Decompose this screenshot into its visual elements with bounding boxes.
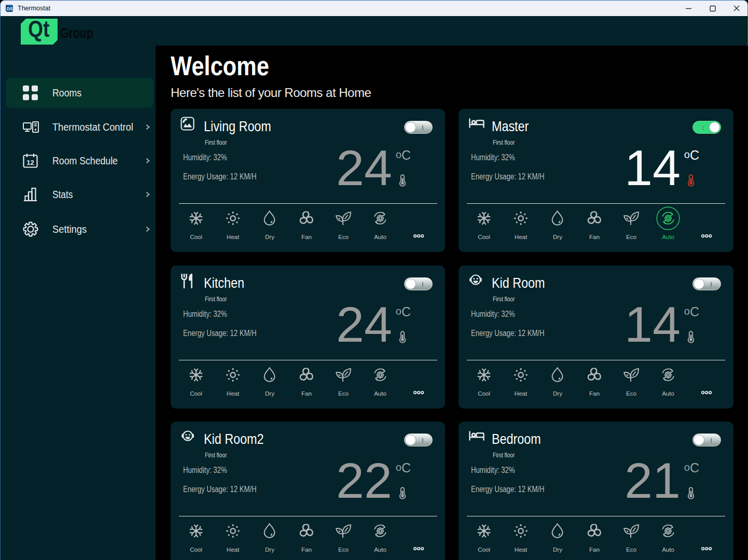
svg-text:DS: DS <box>6 6 12 11</box>
